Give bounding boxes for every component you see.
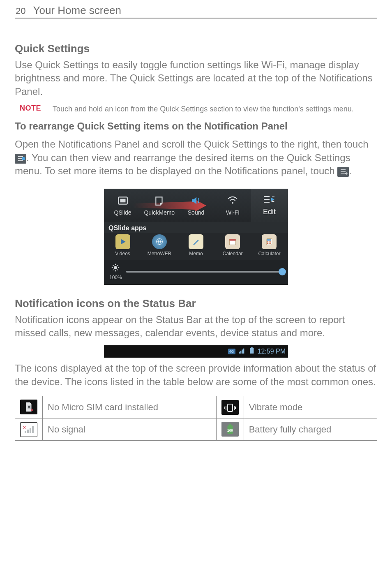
app-calculator: Calculator: [251, 234, 288, 257]
edit-icon: [263, 194, 275, 206]
memo-icon: [189, 234, 203, 249]
svg-rect-35: [243, 349, 244, 354]
svg-rect-54: [229, 424, 231, 425]
4g-indicator-icon: 4G: [228, 349, 235, 354]
svg-rect-36: [251, 347, 253, 348]
svg-rect-37: [250, 348, 254, 354]
svg-rect-32: [239, 352, 240, 354]
icon-cell-no-sim: ×: [15, 396, 43, 418]
svg-rect-50: [27, 430, 29, 433]
rearrange-text-a: Open the Notifications Panel and scroll …: [15, 139, 369, 150]
icon-cell-no-signal: ×: [15, 418, 43, 441]
rearrange-body: Open the Notifications Panel and scroll …: [15, 138, 377, 178]
qs-item-quickmemo: QuickMemo: [141, 189, 178, 222]
quick-settings-row: QSlide QuickMemo Sound Wi-Fi: [104, 189, 288, 222]
qslide-icon: [118, 195, 128, 208]
note-block: NOTE Touch and hold an icon from the Qui…: [20, 104, 377, 114]
rearrange-subheading: To rearrange Quick Setting items on the …: [15, 120, 377, 132]
qs-item-sound: Sound: [178, 189, 214, 222]
status-icons-table: × No Micro SIM card installed Vibrate mo…: [15, 396, 377, 441]
icon-cell-vibrate: [216, 396, 244, 418]
page-header: 20 Your Home screen: [15, 4, 377, 18]
app-videos: Videos: [104, 234, 141, 257]
no-sim-icon: ×: [20, 400, 37, 414]
svg-text:×: ×: [31, 408, 33, 412]
svg-rect-40: [29, 406, 30, 407]
signal-icon: [239, 348, 246, 355]
status-bar-figure: 4G 12:59 PM: [104, 345, 288, 358]
rearrange-text-b: . You can then view and rearrange the de…: [15, 152, 350, 176]
svg-rect-14: [230, 239, 236, 240]
status-time: 12:59 PM: [258, 348, 286, 355]
app-label: Calendar: [223, 251, 243, 257]
svg-marker-11: [121, 239, 126, 244]
notification-icons-heading: Notification icons on the Status Bar: [15, 297, 377, 310]
brightness-slider-row: 100%: [104, 260, 288, 284]
app-label: Memo: [189, 251, 203, 257]
qs-edit-button: Edit: [251, 189, 288, 222]
videos-icon: [115, 234, 130, 249]
svg-rect-18: [269, 241, 270, 243]
qs-label: QuickMemo: [144, 209, 175, 216]
brightness-slider: [126, 271, 283, 273]
quick-settings-desc: Use Quick Settings to easily toggle func…: [15, 58, 377, 98]
calculator-icon: [262, 234, 277, 249]
qslide-apps-title: QSlide apps: [104, 222, 288, 233]
app-label: Calculator: [258, 251, 280, 257]
edit-label: Edit: [263, 208, 276, 216]
metroweb-icon: [152, 234, 167, 249]
svg-point-23: [114, 266, 117, 269]
page-number: 20: [16, 6, 25, 16]
svg-rect-34: [242, 350, 243, 354]
qs-label: Sound: [188, 209, 204, 216]
notification-icons-desc2: The icons displayed at the top of the sc…: [15, 362, 377, 388]
app-label: Videos: [115, 251, 130, 257]
qs-item-wifi: Wi-Fi: [214, 189, 251, 222]
page-title: Your Home screen: [33, 4, 121, 17]
icon-desc: Vibrate mode: [244, 396, 377, 418]
app-calendar: Calendar: [214, 234, 251, 257]
svg-rect-42: [29, 407, 30, 408]
svg-rect-1: [120, 199, 125, 202]
note-text: Touch and hold an icon from the Quick Se…: [53, 104, 354, 114]
sound-icon: [191, 195, 201, 208]
icon-desc: Battery fully charged: [244, 418, 377, 441]
quick-settings-heading: Quick Settings: [15, 42, 377, 55]
rearrange-text-c: .: [349, 165, 352, 176]
icon-desc: No Micro SIM card installed: [43, 396, 217, 418]
quick-settings-panel-figure: QSlide QuickMemo Sound Wi-Fi: [104, 189, 288, 285]
svg-rect-19: [270, 241, 272, 243]
qs-item-qslide: QSlide: [104, 189, 141, 222]
table-row: × No signal 100 Battery fully charged: [15, 418, 377, 441]
svg-rect-21: [269, 243, 270, 244]
icon-cell-batt-full: 100: [216, 418, 244, 441]
battery-icon: [249, 347, 254, 356]
note-label: NOTE: [20, 104, 41, 114]
svg-rect-41: [28, 407, 29, 408]
qs-label: QSlide: [114, 209, 131, 216]
app-label: MetroWEB: [148, 251, 171, 257]
quickmemo-icon: [154, 195, 165, 208]
svg-rect-16: [267, 239, 271, 240]
svg-rect-17: [267, 241, 268, 243]
app-memo: Memo: [178, 234, 214, 257]
calendar-icon: [225, 234, 240, 249]
qs-label: Wi-Fi: [226, 209, 240, 216]
svg-rect-44: [228, 404, 233, 411]
svg-point-3: [232, 202, 233, 203]
no-signal-icon: ×: [20, 422, 37, 437]
svg-line-30: [113, 269, 114, 270]
svg-rect-49: [25, 431, 26, 433]
edit-list-icon: [15, 154, 26, 164]
svg-rect-52: [32, 426, 34, 433]
slider-thumb: [279, 268, 286, 275]
battery-full-icon: 100: [221, 422, 239, 437]
svg-text:100: 100: [227, 428, 233, 432]
brightness-value: 100%: [109, 275, 122, 280]
svg-line-28: [113, 265, 114, 266]
svg-rect-39: [28, 406, 29, 407]
app-metroweb: MetroWEB: [141, 234, 178, 257]
svg-rect-51: [30, 428, 31, 433]
svg-line-31: [118, 265, 118, 266]
qslide-apps-row: Videos MetroWEB Memo Calendar Calculator: [104, 233, 288, 260]
